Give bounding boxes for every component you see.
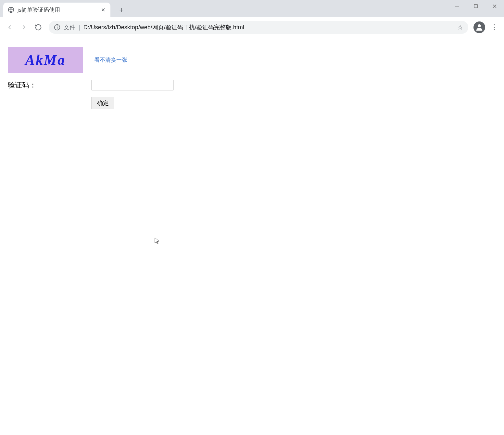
svg-point-7 (57, 26, 57, 26)
kebab-menu-icon[interactable]: ⋮ (488, 21, 501, 34)
refresh-captcha-link[interactable]: 看不清换一张 (94, 56, 127, 64)
new-tab-button[interactable]: + (116, 4, 127, 16)
back-button[interactable] (3, 21, 16, 34)
profile-avatar[interactable] (473, 21, 485, 33)
svg-rect-2 (474, 5, 477, 8)
url-divider: | (79, 24, 80, 31)
window-controls (447, 0, 504, 12)
browser-toolbar: 文件 | D:/Users/lzh/Desktop/web/网页/验证码干扰/验… (0, 17, 504, 38)
page-body: AkMa 看不清换一张 验证码： 确定 (0, 38, 504, 118)
submit-button[interactable]: 确定 (92, 97, 114, 109)
browser-chrome: js简单验证码使用 ✕ + (0, 0, 504, 38)
url-scheme: 文件 (64, 23, 75, 31)
address-bar[interactable]: 文件 | D:/Users/lzh/Desktop/web/网页/验证码干扰/验… (49, 21, 468, 34)
url-path: D:/Users/lzh/Desktop/web/网页/验证码干扰/验证码完整版… (83, 23, 244, 31)
browser-tab[interactable]: js简单验证码使用 ✕ (3, 3, 110, 17)
captcha-text: AkMa (25, 52, 66, 68)
captcha-input[interactable] (92, 80, 173, 90)
captcha-input-label: 验证码： (8, 80, 92, 90)
cursor-icon (155, 237, 160, 246)
window-close-button[interactable] (485, 0, 504, 12)
tab-title: js简单验证码使用 (18, 6, 97, 14)
globe-icon (8, 7, 14, 13)
submit-row: 确定 (8, 97, 496, 109)
close-icon[interactable]: ✕ (100, 7, 106, 13)
captcha-image[interactable]: AkMa (8, 47, 83, 73)
maximize-button[interactable] (466, 0, 485, 12)
captcha-row: AkMa 看不清换一张 (8, 47, 496, 73)
svg-point-8 (478, 24, 481, 27)
minimize-button[interactable] (447, 0, 466, 12)
captcha-input-row: 验证码： (8, 80, 496, 90)
reload-button[interactable] (32, 21, 45, 34)
info-icon (54, 24, 60, 31)
bookmark-star-icon[interactable]: ☆ (457, 23, 463, 31)
forward-button[interactable] (18, 21, 31, 34)
tab-strip: js简单验证码使用 ✕ + (0, 0, 504, 17)
